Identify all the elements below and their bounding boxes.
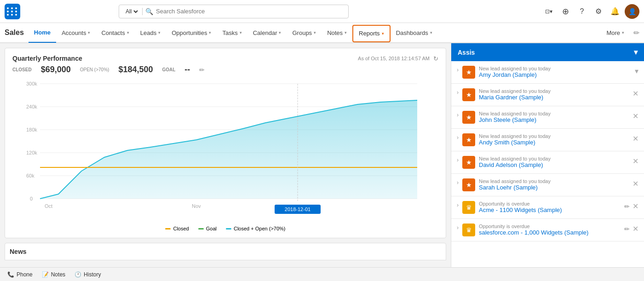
- nav-item-leads[interactable]: Leads ▾: [135, 23, 166, 43]
- svg-text:120k: 120k: [26, 150, 37, 155]
- nav-item-groups[interactable]: Groups ▾: [287, 23, 322, 43]
- nav-item-contacts[interactable]: Contacts ▾: [96, 23, 134, 43]
- recent-items-btn[interactable]: ⊡▾: [542, 5, 556, 18]
- chart-tooltip-text: 2018-12-01: [285, 206, 310, 212]
- item-name[interactable]: Sarah Loehr (Sample): [479, 184, 629, 191]
- collapse-icon[interactable]: ▾: [635, 67, 638, 75]
- search-divider: [142, 8, 143, 15]
- close-icon[interactable]: ✕: [632, 179, 638, 188]
- close-icon[interactable]: ✕: [632, 157, 638, 166]
- nav-item-opportunities[interactable]: Opportunities ▾: [166, 23, 217, 43]
- phone-label: Phone: [17, 271, 33, 278]
- assistant-toggle-icon[interactable]: ▾: [634, 48, 638, 57]
- nav-item-notes[interactable]: Notes ▾: [322, 23, 352, 43]
- nav-item-calendar[interactable]: Calendar ▾: [247, 23, 287, 43]
- search-icon: 🔍: [145, 8, 153, 15]
- closed-label: CLOSED: [12, 67, 32, 72]
- search-bar: All 🔍: [119, 5, 349, 18]
- nav-bar: Sales Home Accounts ▾ Contacts ▾ Leads ▾…: [0, 23, 644, 43]
- right-panel: Assis ▾ › ★ New lead assigned to you tod…: [451, 43, 644, 267]
- opportunity-icon: ♛: [462, 201, 475, 214]
- item-name[interactable]: John Steele (Sample): [479, 116, 629, 123]
- chevron-down-icon: ▾: [209, 30, 211, 35]
- lead-icon: ★: [462, 88, 475, 101]
- settings-btn[interactable]: ⚙: [592, 5, 605, 18]
- item-actions: ✕: [632, 157, 638, 166]
- help-btn[interactable]: ?: [575, 5, 589, 18]
- svg-text:Nov: Nov: [192, 203, 201, 209]
- item-name[interactable]: Maria Gardner (Sample): [479, 94, 629, 101]
- performance-chart: 300k 240k 180k 120k 60k 0: [12, 79, 422, 222]
- item-name[interactable]: salesforce.com - 1,000 Widgets (Sample): [479, 229, 621, 236]
- item-name[interactable]: Andy Smith (Sample): [479, 139, 629, 146]
- legend-label-closed: Closed: [173, 226, 189, 231]
- nav-item-home[interactable]: Home: [29, 23, 56, 43]
- expand-chevron-icon[interactable]: ›: [457, 111, 459, 118]
- list-item: › ★ New lead assigned to you today Maria…: [451, 84, 644, 106]
- nav-item-reports[interactable]: Reports ▾ No recent records to show.: [352, 25, 391, 42]
- item-content: New lead assigned to you today Sarah Loe…: [479, 178, 629, 191]
- item-actions: ▾: [635, 67, 638, 75]
- chevron-down-icon: ▾: [88, 30, 90, 35]
- nav-items: Home Accounts ▾ Contacts ▾ Leads ▾ Oppor…: [29, 23, 630, 43]
- chart-area-fill: [40, 100, 417, 199]
- expand-chevron-icon[interactable]: ›: [457, 201, 459, 208]
- bottom-item-notes[interactable]: 📝 Notes: [42, 271, 65, 278]
- legend-item-goal: Goal: [198, 226, 217, 231]
- svg-text:0: 0: [30, 196, 33, 201]
- close-icon[interactable]: ✕: [632, 202, 638, 211]
- notes-icon: 📝: [42, 271, 49, 278]
- search-scope-select[interactable]: All: [124, 8, 139, 15]
- list-item: › ★ New lead assigned to you today Sarah…: [451, 174, 644, 196]
- chart-title: Quarterly Performance: [12, 55, 82, 62]
- news-section: News: [5, 243, 446, 260]
- user-avatar[interactable]: 👤: [625, 4, 639, 19]
- goal-value: --: [184, 65, 190, 75]
- legend-label-closed-open: Closed + Open (>70%): [234, 226, 286, 231]
- item-actions: ✕: [632, 134, 638, 143]
- notifications-btn[interactable]: 🔔: [608, 5, 622, 18]
- expand-chevron-icon[interactable]: ›: [457, 88, 459, 96]
- legend-dot-closed-open: [226, 228, 231, 229]
- item-name[interactable]: Amy Jordan (Sample): [479, 71, 631, 78]
- close-icon[interactable]: ✕: [632, 224, 638, 233]
- chart-card: Quarterly Performance As of Oct 15, 2018…: [5, 48, 446, 238]
- app-launcher[interactable]: [5, 4, 20, 19]
- nav-item-tasks[interactable]: Tasks ▾: [217, 23, 247, 43]
- close-icon[interactable]: ✕: [632, 89, 638, 98]
- bottom-item-history[interactable]: 🕐 History: [75, 271, 101, 278]
- expand-chevron-icon[interactable]: ›: [457, 133, 459, 141]
- main-content: Quarterly Performance As of Oct 15, 2018…: [0, 43, 644, 267]
- chevron-down-icon: ▾: [382, 31, 384, 36]
- bottom-item-phone[interactable]: 📞 Phone: [7, 271, 33, 278]
- chart-header: Quarterly Performance As of Oct 15, 2018…: [12, 55, 438, 62]
- expand-chevron-icon[interactable]: ›: [457, 66, 459, 73]
- search-input[interactable]: [156, 8, 344, 15]
- edit-icon[interactable]: ✏: [624, 203, 630, 210]
- nav-item-more[interactable]: More ▾: [601, 23, 630, 43]
- top-bar: All 🔍 ⊡▾ ⊕ ? ⚙ 🔔 👤: [0, 0, 644, 23]
- legend-item-closed: Closed: [165, 226, 189, 231]
- item-subtitle: New lead assigned to you today: [479, 66, 631, 71]
- goal-edit-icon[interactable]: ✏: [199, 66, 205, 74]
- notes-label: Notes: [51, 271, 65, 278]
- expand-chevron-icon[interactable]: ›: [457, 178, 459, 186]
- add-btn[interactable]: ⊕: [558, 5, 572, 18]
- edit-icon[interactable]: ✏: [624, 225, 630, 233]
- assistant-header: Assis ▾: [451, 43, 644, 61]
- item-content: Opportunity is overdue salesforce.com - …: [479, 224, 621, 236]
- expand-chevron-icon[interactable]: ›: [457, 224, 459, 231]
- item-name[interactable]: David Adelson (Sample): [479, 161, 629, 168]
- refresh-icon[interactable]: ↻: [433, 55, 438, 62]
- close-icon[interactable]: ✕: [632, 134, 638, 143]
- item-name[interactable]: Acme - 1100 Widgets (Sample): [479, 206, 621, 213]
- item-content: New lead assigned to you today Andy Smit…: [479, 133, 629, 146]
- chevron-down-icon: ▾: [314, 30, 316, 35]
- item-content: New lead assigned to you today David Ade…: [479, 156, 629, 168]
- svg-text:300k: 300k: [26, 81, 37, 86]
- nav-item-accounts[interactable]: Accounts ▾: [56, 23, 96, 43]
- close-icon[interactable]: ✕: [632, 112, 638, 120]
- nav-item-dashboards[interactable]: Dashboards ▾: [391, 23, 438, 43]
- edit-nav-icon[interactable]: ✏: [633, 29, 639, 37]
- expand-chevron-icon[interactable]: ›: [457, 156, 459, 163]
